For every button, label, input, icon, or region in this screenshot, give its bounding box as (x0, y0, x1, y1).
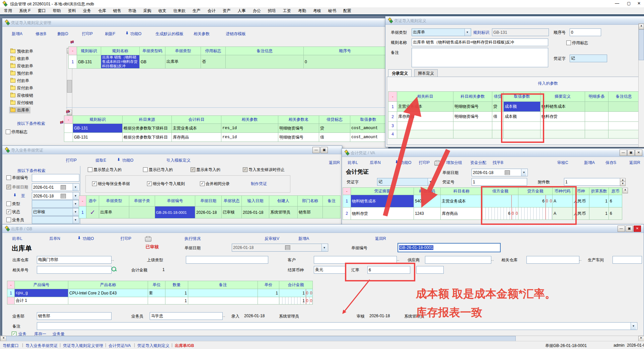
column-header[interactable]: 规则标识 (77, 47, 101, 55)
menu-item[interactable]: 仓库 (98, 8, 106, 14)
window-title-bar[interactable]: 会计凭证 / VA — ▣ ✕ (342, 149, 644, 157)
browse-button[interactable]: .. (579, 257, 582, 261)
voucher-no-input[interactable]: 1 (472, 178, 527, 186)
column-header[interactable]: 规则标识 (73, 116, 123, 124)
next-button[interactable]: 后单N (370, 160, 381, 166)
extract-button[interactable]: 提取E (95, 158, 106, 163)
browse-button[interactable]: .. (491, 257, 494, 261)
close-button[interactable]: ✕ (634, 226, 641, 232)
add-button[interactable]: 新增A (298, 236, 309, 242)
column-header[interactable]: 单价 (258, 281, 279, 289)
date-to-input[interactable]: 2026-01-18▼ (32, 192, 79, 200)
chevron-down-icon[interactable]: ▼ (464, 29, 470, 36)
table-row[interactable]: 2 物料存货 1243 库存商品 600 A 人民币 1 6 (343, 207, 622, 220)
function-menu[interactable]: 功能O (400, 160, 411, 166)
back-button[interactable]: 返回R (375, 236, 386, 242)
close-icon[interactable]: ✕ (637, 1, 641, 6)
doc-date-input[interactable]: 2026-01-18▼ (232, 244, 328, 252)
chevron-down-icon[interactable]: ▼ (428, 178, 433, 185)
column-header[interactable]: 币种代码 (553, 188, 573, 195)
maximize-button[interactable]: ▣ (320, 147, 328, 153)
tab-script-definition[interactable]: 脚本定义 (414, 69, 438, 77)
tree-item[interactable]: 应付核销 (9, 99, 34, 106)
table-row[interactable]: GB-131 根据分类参数取下级科目 主营业务成本 res_id 明细物资编号 … (64, 124, 386, 133)
customer-input[interactable] (314, 256, 397, 264)
table-row[interactable]: 2 库存商品 明细物资编号 借 成本额 物料存货 (388, 112, 639, 122)
tree-item[interactable]: 预收款单 (9, 48, 34, 55)
menu-item[interactable]: 销售 (113, 8, 121, 14)
status-select[interactable]: 已审核▼ (32, 208, 79, 216)
show-imported-checkbox[interactable] (143, 167, 148, 172)
menu-item[interactable]: 考勤 (298, 8, 306, 14)
delete-button[interactable]: 删除D (57, 31, 68, 37)
type-checkbox[interactable] (6, 201, 11, 206)
table-row[interactable]: 3 (388, 122, 639, 130)
column-header[interactable]: 顺序号 (304, 47, 386, 55)
tree-item[interactable]: 应收核销 (9, 92, 34, 99)
taskbar-item-nav[interactable]: 导航窗口 (3, 343, 19, 349)
column-header[interactable]: 备注 (323, 196, 341, 206)
doc-date-checkbox[interactable] (6, 185, 11, 189)
column-header[interactable]: 取值参数 (504, 92, 541, 102)
column-header[interactable]: 折算系数 (589, 188, 609, 195)
swap-panel-icon[interactable]: ⇄ (60, 119, 64, 124)
menu-item[interactable]: 考核 (313, 8, 321, 14)
next-button[interactable]: 后单N (49, 236, 60, 242)
window-title-bar[interactable]: 凭证导入规则定义管理 (2, 18, 388, 27)
note-field[interactable] (412, 48, 548, 67)
column-header[interactable]: 停用标志 (201, 47, 226, 55)
menu-item[interactable]: 系统 F (19, 8, 31, 14)
column-header[interactable]: 备注信息 (226, 47, 304, 55)
print-button[interactable]: 打印P (121, 236, 131, 242)
show-unimported-checkbox[interactable] (191, 167, 195, 172)
disable-flag-checkbox[interactable] (566, 40, 571, 45)
prev-button[interactable]: 前单L (12, 236, 22, 242)
back-button[interactable]: 返回R (329, 160, 340, 166)
column-header[interactable]: 会计科目 (172, 116, 221, 124)
doc-no-input[interactable]: GB-26-01-18-0001 (398, 243, 501, 252)
column-header[interactable]: 备注 (188, 281, 258, 289)
table-row[interactable]: 1 cpu_g CPU-Intel Core 2 Duo E43 套 1 1 1… (7, 289, 313, 297)
edit-button[interactable]: 修改B (35, 31, 46, 37)
chevron-down-icon[interactable]: ▼ (73, 192, 78, 199)
back-button[interactable]: 返回R (629, 160, 640, 166)
scroll-thumb[interactable] (67, 80, 72, 93)
prev-button[interactable]: 前单L (348, 160, 358, 166)
column-header[interactable]: 部门名称 (298, 196, 323, 206)
rate-extra-input[interactable] (416, 266, 444, 274)
column-header[interactable]: 原币 (609, 188, 622, 195)
printer-icon[interactable] (434, 161, 441, 166)
menu-item[interactable]: 招培 (268, 8, 276, 14)
menu-item[interactable]: 资产 (223, 8, 231, 14)
column-header[interactable]: 科目相关参数 (453, 92, 492, 102)
table-row[interactable]: 4 (388, 130, 639, 139)
add-button[interactable]: 新增A (584, 160, 595, 166)
chevron-down-icon[interactable]: ▼ (73, 216, 78, 224)
exchange-rate-input[interactable]: 6 (367, 266, 410, 274)
minimize-button[interactable]: — (312, 147, 320, 153)
menu-item[interactable]: 人事 (238, 8, 246, 14)
column-header[interactable]: 相关参数名 (278, 116, 319, 124)
scroll-thumb[interactable] (6, 336, 516, 341)
disable-flag-checkbox[interactable] (6, 129, 10, 134)
menu-item[interactable]: 采购 (143, 8, 151, 14)
taskbar-item-outbound-active[interactable]: 出库单/GB (175, 343, 194, 349)
settle-currency-input[interactable]: 美元 (314, 266, 346, 274)
voucher-word-select[interactable]: 记▼ (377, 178, 434, 186)
column-header[interactable]: 借贷 (492, 92, 504, 102)
column-header[interactable]: 单据子类 (129, 196, 155, 206)
column-header[interactable]: - (388, 92, 397, 102)
column-header[interactable]: 产品编号 (15, 281, 68, 289)
column-header[interactable]: 借方金额 (483, 188, 518, 195)
calendar-icon[interactable] (61, 185, 66, 190)
exec-status-button[interactable]: 执行情况 (185, 236, 201, 242)
menu-item[interactable]: 配置 (343, 8, 351, 14)
menu-item[interactable]: 生产 (193, 8, 201, 14)
column-header[interactable]: 科目来源 (123, 116, 172, 124)
tree-item-selected[interactable]: 出库单 (9, 107, 30, 113)
chevron-down-icon[interactable]: ▼ (521, 169, 526, 176)
column-header[interactable]: 单位 (148, 281, 165, 289)
related-no-input[interactable] (37, 266, 112, 274)
fund-alloc-button[interactable]: 资金分配 (470, 160, 486, 166)
column-header[interactable]: 单据编号 (155, 196, 195, 206)
